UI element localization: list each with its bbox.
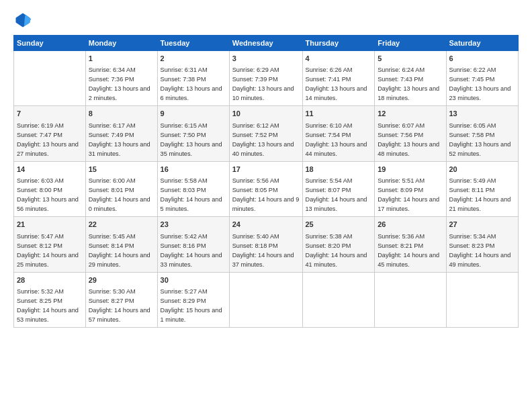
day-cell: 4Sunrise: 6:26 AMSunset: 7:41 PMDaylight… [302,51,375,106]
day-number: 24 [232,220,300,230]
day-info: Sunrise: 5:45 AMSunset: 8:14 PMDaylight:… [89,233,150,268]
day-number: 12 [378,109,443,119]
day-number: 29 [89,275,154,285]
day-info: Sunrise: 6:10 AMSunset: 7:54 PMDaylight:… [306,122,367,157]
day-info: Sunrise: 6:19 AMSunset: 7:47 PMDaylight:… [17,122,79,157]
day-info: Sunrise: 6:12 AMSunset: 7:52 PMDaylight:… [232,122,294,157]
day-cell: 28Sunrise: 5:32 AMSunset: 8:25 PMDayligh… [14,272,86,327]
day-info: Sunrise: 6:03 AMSunset: 8:00 PMDaylight:… [17,177,79,212]
day-cell: 10Sunrise: 6:12 AMSunset: 7:52 PMDayligh… [229,106,302,161]
day-cell: 25Sunrise: 5:38 AMSunset: 8:20 PMDayligh… [302,217,375,272]
day-number: 8 [89,109,154,119]
day-number: 1 [89,54,154,64]
calendar-page: SundayMondayTuesdayWednesdayThursdayFrid… [0,0,532,411]
week-row-2: 7Sunrise: 6:19 AMSunset: 7:47 PMDaylight… [14,106,519,161]
day-cell [302,272,375,327]
day-cell: 19Sunrise: 5:51 AMSunset: 8:09 PMDayligh… [375,161,446,216]
week-row-3: 14Sunrise: 6:03 AMSunset: 8:00 PMDayligh… [14,161,519,216]
day-cell: 9Sunrise: 6:15 AMSunset: 7:50 PMDaylight… [157,106,229,161]
header-cell-friday: Friday [375,36,446,51]
day-number: 25 [306,220,372,230]
day-cell: 23Sunrise: 5:42 AMSunset: 8:16 PMDayligh… [157,217,229,272]
day-number: 28 [17,275,83,285]
day-number: 23 [161,220,226,230]
day-info: Sunrise: 5:42 AMSunset: 8:16 PMDaylight:… [161,233,222,268]
calendar-table: SundayMondayTuesdayWednesdayThursdayFrid… [13,35,519,328]
day-info: Sunrise: 6:07 AMSunset: 7:56 PMDaylight:… [378,122,439,157]
day-number: 20 [449,165,516,175]
day-number: 3 [232,54,300,64]
day-info: Sunrise: 5:34 AMSunset: 8:23 PMDaylight:… [449,233,511,268]
week-row-4: 21Sunrise: 5:47 AMSunset: 8:12 PMDayligh… [14,217,519,272]
header-cell-monday: Monday [85,36,157,51]
day-info: Sunrise: 6:34 AMSunset: 7:36 PMDaylight:… [89,66,150,101]
day-cell: 15Sunrise: 6:00 AMSunset: 8:01 PMDayligh… [85,161,157,216]
logo-icon [13,11,32,30]
day-number: 4 [306,54,372,64]
day-number: 15 [89,165,154,175]
day-info: Sunrise: 5:36 AMSunset: 8:21 PMDaylight:… [378,233,439,268]
header [13,11,519,30]
day-number: 10 [232,109,300,119]
week-row-1: 1Sunrise: 6:34 AMSunset: 7:36 PMDaylight… [14,51,519,106]
day-cell: 18Sunrise: 5:54 AMSunset: 8:07 PMDayligh… [302,161,375,216]
day-info: Sunrise: 5:47 AMSunset: 8:12 PMDaylight:… [17,233,79,268]
day-number: 7 [17,109,83,119]
day-cell: 24Sunrise: 5:40 AMSunset: 8:18 PMDayligh… [229,217,302,272]
day-cell: 12Sunrise: 6:07 AMSunset: 7:56 PMDayligh… [375,106,446,161]
day-info: Sunrise: 5:27 AMSunset: 8:29 PMDaylight:… [161,288,222,323]
day-info: Sunrise: 6:31 AMSunset: 7:38 PMDaylight:… [161,66,222,101]
day-info: Sunrise: 5:51 AMSunset: 8:09 PMDaylight:… [378,177,439,212]
logo [13,11,35,30]
day-cell: 22Sunrise: 5:45 AMSunset: 8:14 PMDayligh… [85,217,157,272]
header-cell-wednesday: Wednesday [229,36,302,51]
day-cell [229,272,302,327]
header-cell-tuesday: Tuesday [157,36,229,51]
header-cell-thursday: Thursday [302,36,375,51]
day-number: 21 [17,220,83,230]
day-number: 5 [378,54,443,64]
day-cell: 14Sunrise: 6:03 AMSunset: 8:00 PMDayligh… [14,161,86,216]
day-info: Sunrise: 5:40 AMSunset: 8:18 PMDaylight:… [232,233,294,268]
svg-marker-1 [24,14,32,26]
day-cell: 27Sunrise: 5:34 AMSunset: 8:23 PMDayligh… [446,217,519,272]
day-number: 11 [306,109,372,119]
day-info: Sunrise: 5:32 AMSunset: 8:25 PMDaylight:… [17,288,79,323]
day-cell: 16Sunrise: 5:58 AMSunset: 8:03 PMDayligh… [157,161,229,216]
day-cell: 11Sunrise: 6:10 AMSunset: 7:54 PMDayligh… [302,106,375,161]
day-info: Sunrise: 5:38 AMSunset: 8:20 PMDaylight:… [306,233,367,268]
day-number: 17 [232,165,300,175]
day-info: Sunrise: 5:30 AMSunset: 8:27 PMDaylight:… [89,288,150,323]
header-row: SundayMondayTuesdayWednesdayThursdayFrid… [14,36,519,51]
day-number: 13 [449,109,516,119]
day-cell: 6Sunrise: 6:22 AMSunset: 7:45 PMDaylight… [446,51,519,106]
day-info: Sunrise: 5:54 AMSunset: 8:07 PMDaylight:… [306,177,367,212]
day-cell: 26Sunrise: 5:36 AMSunset: 8:21 PMDayligh… [375,217,446,272]
day-cell: 13Sunrise: 6:05 AMSunset: 7:58 PMDayligh… [446,106,519,161]
header-cell-saturday: Saturday [446,36,519,51]
day-cell: 8Sunrise: 6:17 AMSunset: 7:49 PMDaylight… [85,106,157,161]
day-cell [375,272,446,327]
day-number: 26 [378,220,443,230]
day-cell: 29Sunrise: 5:30 AMSunset: 8:27 PMDayligh… [85,272,157,327]
day-number: 16 [161,165,226,175]
day-cell: 30Sunrise: 5:27 AMSunset: 8:29 PMDayligh… [157,272,229,327]
day-cell: 7Sunrise: 6:19 AMSunset: 7:47 PMDaylight… [14,106,86,161]
header-cell-sunday: Sunday [14,36,86,51]
day-cell: 2Sunrise: 6:31 AMSunset: 7:38 PMDaylight… [157,51,229,106]
day-number: 2 [161,54,226,64]
day-cell [14,51,86,106]
day-number: 19 [378,165,443,175]
day-number: 30 [161,275,226,285]
day-info: Sunrise: 6:22 AMSunset: 7:45 PMDaylight:… [449,66,511,101]
day-cell: 3Sunrise: 6:29 AMSunset: 7:39 PMDaylight… [229,51,302,106]
day-info: Sunrise: 6:24 AMSunset: 7:43 PMDaylight:… [378,66,439,101]
day-cell [446,272,519,327]
day-info: Sunrise: 6:00 AMSunset: 8:01 PMDaylight:… [89,177,150,212]
day-number: 14 [17,165,83,175]
day-number: 27 [449,220,516,230]
day-number: 6 [449,54,516,64]
day-info: Sunrise: 6:29 AMSunset: 7:39 PMDaylight:… [232,66,294,101]
day-cell: 5Sunrise: 6:24 AMSunset: 7:43 PMDaylight… [375,51,446,106]
week-row-5: 28Sunrise: 5:32 AMSunset: 8:25 PMDayligh… [14,272,519,327]
